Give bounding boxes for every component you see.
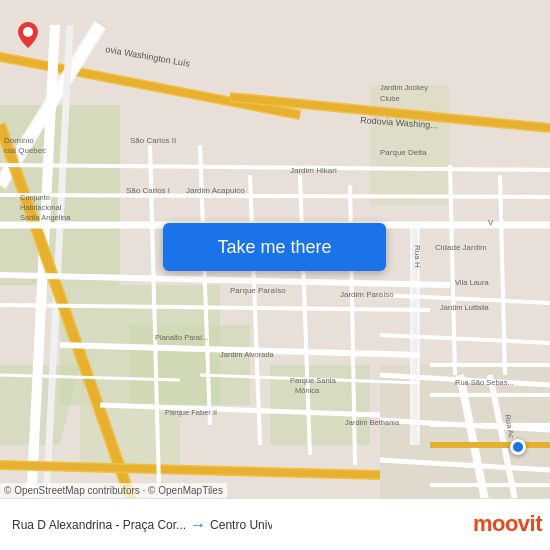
svg-text:Jardim Hikari: Jardim Hikari [290, 166, 337, 175]
svg-text:Parque Santa: Parque Santa [290, 376, 337, 385]
arrow-icon: → [190, 516, 206, 534]
svg-text:Planalto Paraí...: Planalto Paraí... [155, 333, 208, 342]
svg-text:Jardim Alvorada: Jardim Alvorada [220, 350, 275, 359]
svg-text:Vila Laura: Vila Laura [455, 278, 489, 287]
map-container: ovia Washington Luís Rodovia Washing... … [0, 0, 550, 550]
svg-rect-5 [370, 85, 450, 205]
svg-text:Habitacional: Habitacional [20, 203, 62, 212]
svg-text:Jardim Acapulco: Jardim Acapulco [186, 186, 245, 195]
origin-destination: Rua D Alexandrina - Praça Cor... → Centr… [12, 516, 272, 534]
map-background: ovia Washington Luís Rodovia Washing... … [0, 0, 550, 550]
svg-text:Clube: Clube [380, 94, 400, 103]
svg-text:Jardim Jockey: Jardim Jockey [380, 83, 428, 92]
copyright-text: © OpenStreetMap contributors · © OpenMap… [0, 483, 227, 498]
svg-text:Domínio: Domínio [4, 136, 34, 145]
svg-text:Rua H: Rua H [413, 245, 422, 268]
bottom-navigation-bar: Rua D Alexandrina - Praça Cor... → Centr… [0, 498, 550, 550]
svg-text:V: V [488, 218, 494, 227]
svg-text:Santa Angelina: Santa Angelina [20, 213, 71, 222]
svg-text:São Carlos II: São Carlos II [130, 136, 176, 145]
take-me-there-button[interactable]: Take me there [163, 223, 386, 271]
svg-text:Cidade Jardim: Cidade Jardim [435, 243, 487, 252]
svg-text:São Carlos I: São Carlos I [126, 186, 170, 195]
svg-text:Parque Delta: Parque Delta [380, 148, 427, 157]
svg-text:Parque Paraíso: Parque Paraíso [230, 286, 286, 295]
svg-text:Jardim Bethania: Jardim Bethania [345, 418, 400, 427]
origin-text: Rua D Alexandrina - Praça Cor... [12, 518, 186, 532]
start-pin [18, 22, 38, 48]
svg-line-37 [0, 195, 550, 197]
svg-text:cial Quebec: cial Quebec [4, 146, 46, 155]
moovit-logo: moovit [473, 498, 550, 550]
moovit-brand-text: moovit [473, 511, 542, 537]
svg-text:Rua São Sebas...: Rua São Sebas... [455, 378, 514, 387]
svg-text:Jardim Lutfalla: Jardim Lutfalla [440, 303, 490, 312]
svg-text:Jardim Paraíso: Jardim Paraíso [340, 290, 394, 299]
svg-text:Mônica: Mônica [295, 386, 320, 395]
svg-text:Parque Faber II: Parque Faber II [165, 408, 217, 417]
destination-text: Centro Universitár... [210, 518, 272, 532]
svg-text:Conjunto: Conjunto [20, 193, 50, 202]
end-pin [510, 439, 526, 455]
svg-point-80 [23, 27, 33, 37]
